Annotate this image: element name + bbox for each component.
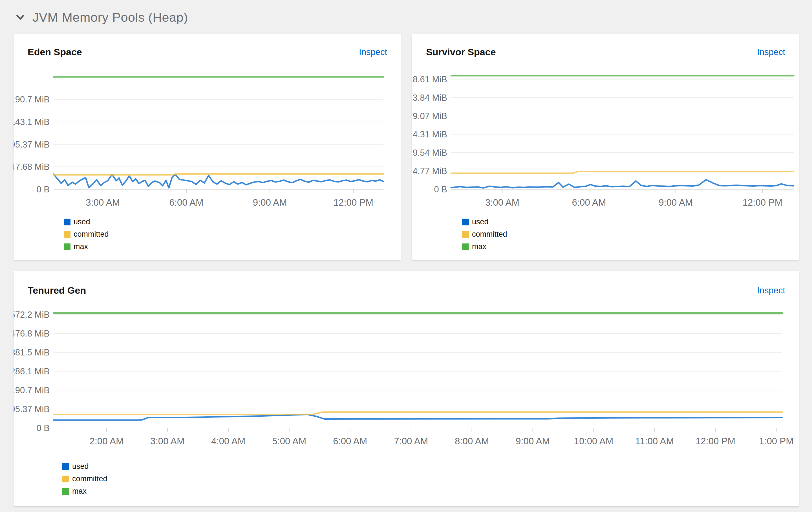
y-axis-label: 190.7 MiB	[13, 94, 50, 104]
panel-tenured-gen: Tenured Gen Inspect 572.2 MiB476.8 MiB38…	[13, 271, 799, 506]
y-axis-label: 9.54 MiB	[413, 148, 447, 158]
y-axis-label: 28.61 MiB	[412, 75, 447, 84]
x-axis-label: 8:00 AM	[455, 436, 489, 446]
y-axis-label: 95.37 MiB	[13, 140, 50, 149]
legend-item-used: used	[64, 218, 109, 226]
inspect-link[interactable]: Inspect	[757, 47, 785, 57]
legend-swatch-max	[64, 244, 70, 250]
y-axis-label: 286.1 MiB	[13, 366, 50, 376]
legend-item-used: used	[62, 462, 108, 471]
chevron-down-icon	[16, 15, 25, 21]
x-axis-label: 1:00 PM	[759, 436, 794, 446]
survivor-space-chart: 28.61 MiB23.84 MiB19.07 MiB14.31 MiB9.54…	[412, 72, 799, 212]
series-line-committed	[451, 172, 794, 173]
x-axis-label: 2:00 AM	[89, 436, 123, 446]
x-axis-label: 10:00 AM	[574, 436, 613, 446]
y-axis-label: 0 B	[36, 184, 50, 194]
legend-label: used	[472, 218, 489, 226]
inspect-link[interactable]: Inspect	[757, 285, 785, 296]
legend-swatch-committed	[462, 231, 469, 238]
tenured-gen-chart: 572.2 MiB476.8 MiB381.5 MiB286.1 MiB190.…	[13, 306, 799, 448]
y-axis-label: 14.31 MiB	[412, 130, 447, 139]
legend-label: used	[74, 218, 90, 226]
panel-survivor-space: Survivor Space Inspect 28.61 MiB23.84 Mi…	[412, 34, 799, 260]
x-axis-label: 6:00 AM	[572, 197, 606, 208]
legend-item-used: used	[462, 218, 507, 226]
panel-title: Tenured Gen	[28, 285, 86, 296]
legend-label: max	[472, 242, 486, 251]
x-axis-label: 12:00 PM	[334, 197, 373, 208]
survivor-plot: 28.61 MiB23.84 MiB19.07 MiB14.31 MiB9.54…	[412, 72, 799, 211]
legend-swatch-used	[64, 219, 70, 225]
legend-item-committed: committed	[64, 230, 109, 239]
y-axis-label: 95.37 MiB	[13, 404, 50, 414]
inspect-link[interactable]: Inspect	[359, 47, 387, 57]
tenured-gen-legend: usedcommittedmax	[62, 462, 108, 499]
x-axis-label: 3:00 AM	[485, 197, 519, 208]
series-line-used	[54, 174, 383, 188]
y-axis-label: 0 B	[36, 423, 50, 433]
x-axis-label: 9:00 AM	[659, 197, 693, 208]
x-axis-label: 6:00 AM	[333, 436, 367, 446]
series-line-committed	[54, 412, 782, 415]
section-title: JVM Memory Pools (Heap)	[32, 10, 188, 25]
legend-item-max: max	[64, 242, 109, 251]
legend-item-max: max	[62, 487, 108, 495]
series-line-used	[54, 415, 782, 420]
legend-label: committed	[472, 230, 507, 239]
eden-plot: 190.7 MiB143.1 MiB95.37 MiB47.68 MiB0 B3…	[13, 72, 401, 211]
x-axis-label: 5:00 AM	[272, 436, 306, 446]
eden-space-chart: 190.7 MiB143.1 MiB95.37 MiB47.68 MiB0 B3…	[13, 72, 401, 212]
x-axis-label: 7:00 AM	[394, 436, 428, 446]
series-line-used	[451, 180, 794, 188]
legend-label: max	[72, 487, 87, 495]
legend-swatch-max	[62, 488, 69, 495]
y-axis-label: 19.07 MiB	[412, 111, 447, 121]
x-axis-label: 3:00 AM	[150, 436, 184, 446]
y-axis-label: 572.2 MiB	[13, 310, 50, 320]
y-axis-label: 190.7 MiB	[13, 385, 50, 395]
legend-swatch-max	[462, 244, 469, 250]
x-axis-label: 9:00 AM	[253, 197, 287, 208]
legend-item-max: max	[462, 242, 507, 251]
legend-item-committed: committed	[462, 230, 507, 239]
legend-swatch-committed	[64, 231, 70, 238]
panel-eden-space: Eden Space Inspect 190.7 MiB143.1 MiB95.…	[13, 34, 401, 260]
y-axis-label: 23.84 MiB	[412, 93, 447, 103]
y-axis-label: 143.1 MiB	[13, 117, 50, 127]
survivor-space-legend: usedcommittedmax	[462, 218, 507, 255]
y-axis-label: 4.77 MiB	[413, 166, 447, 176]
tenured-plot: 572.2 MiB476.8 MiB381.5 MiB286.1 MiB190.…	[13, 306, 799, 447]
panel-title: Eden Space	[28, 47, 82, 58]
x-axis-label: 11:00 AM	[635, 436, 674, 446]
panel-header: Eden Space Inspect	[28, 47, 387, 58]
x-axis-label: 12:00 PM	[696, 436, 735, 446]
y-axis-label: 47.68 MiB	[13, 162, 50, 172]
panel-title: Survivor Space	[426, 47, 496, 58]
x-axis-label: 12:00 PM	[743, 197, 782, 208]
legend-swatch-used	[62, 463, 69, 470]
x-axis-label: 3:00 AM	[86, 197, 120, 208]
x-axis-label: 4:00 AM	[211, 436, 245, 446]
legend-label: used	[72, 462, 89, 471]
panel-header: Survivor Space Inspect	[426, 47, 785, 58]
legend-label: committed	[74, 230, 109, 239]
eden-space-legend: usedcommittedmax	[64, 218, 109, 255]
panel-header: Tenured Gen Inspect	[28, 285, 785, 296]
y-axis-label: 0 B	[434, 184, 447, 194]
legend-swatch-used	[462, 219, 469, 225]
y-axis-label: 476.8 MiB	[13, 329, 50, 339]
x-axis-label: 6:00 AM	[169, 197, 203, 208]
section-header-jvm-memory-pools[interactable]: JVM Memory Pools (Heap)	[16, 10, 188, 25]
x-axis-label: 9:00 AM	[516, 436, 550, 446]
legend-label: committed	[72, 475, 108, 483]
series-line-committed	[54, 174, 383, 175]
legend-swatch-committed	[62, 476, 69, 482]
legend-label: max	[74, 242, 88, 251]
legend-item-committed: committed	[62, 475, 108, 483]
y-axis-label: 381.5 MiB	[13, 347, 50, 358]
